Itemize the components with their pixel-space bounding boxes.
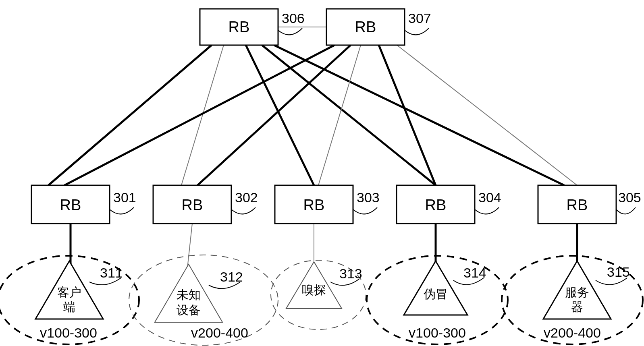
edge-306-303 <box>246 45 314 185</box>
edge-307-302 <box>197 45 351 185</box>
edge-306-301 <box>48 45 212 185</box>
rb-node-302: RB 302 <box>153 185 258 224</box>
rb-node-305: RB 305 <box>538 185 641 224</box>
device-312: 未知 设备 312 v200-400 <box>155 264 248 340</box>
svg-text:RB: RB <box>425 197 447 213</box>
svg-text:RB: RB <box>303 197 325 213</box>
svg-text:RB: RB <box>229 19 250 35</box>
device-315: 服务 器 315 v200-400 <box>543 261 630 340</box>
device-314: 伪冒 314 v100-300 <box>404 261 486 340</box>
rb-node-307: RB 307 <box>326 9 431 45</box>
edge-307-305 <box>397 45 577 185</box>
svg-text:RB: RB <box>182 197 203 213</box>
rb-node-304: RB 304 <box>397 185 501 224</box>
svg-text:315: 315 <box>607 264 630 280</box>
svg-text:RB: RB <box>355 19 376 35</box>
network-diagram: RB 306 RB 307 RB 301 RB 302 RB 303 RB 30… <box>0 0 644 346</box>
rb-node-301: RB 301 <box>31 185 136 224</box>
svg-text:未知: 未知 <box>177 288 201 301</box>
device-311: 客户 端 311 v100-300 <box>35 261 123 340</box>
edge-306-305 <box>274 45 564 185</box>
svg-text:设备: 设备 <box>177 303 201 317</box>
svg-text:v200-400: v200-400 <box>544 325 601 340</box>
svg-text:313: 313 <box>339 266 362 281</box>
svg-text:306: 306 <box>282 10 305 26</box>
edge-307-303 <box>318 45 361 185</box>
svg-text:311: 311 <box>100 265 123 280</box>
svg-text:器: 器 <box>571 300 583 313</box>
svg-text:307: 307 <box>408 10 431 26</box>
edge-306-304 <box>262 45 436 185</box>
edge-302-312 <box>187 224 192 268</box>
svg-text:客户: 客户 <box>57 286 81 299</box>
svg-text:RB: RB <box>567 197 588 213</box>
svg-text:v100-300: v100-300 <box>40 325 97 340</box>
svg-text:301: 301 <box>113 190 136 205</box>
device-313: 嗅探 313 <box>286 262 362 309</box>
svg-text:312: 312 <box>220 269 243 284</box>
rb-node-303: RB 303 <box>275 185 380 224</box>
svg-text:服务: 服务 <box>565 286 589 299</box>
edge-307-301 <box>64 45 334 185</box>
svg-text:RB: RB <box>60 197 81 213</box>
svg-text:v100-300: v100-300 <box>409 325 466 340</box>
svg-text:305: 305 <box>618 190 641 205</box>
svg-text:314: 314 <box>463 265 486 280</box>
svg-text:嗅探: 嗅探 <box>302 283 326 296</box>
svg-text:伪冒: 伪冒 <box>424 287 448 300</box>
svg-text:v200-400: v200-400 <box>191 325 248 340</box>
svg-text:端: 端 <box>63 300 75 313</box>
svg-text:303: 303 <box>357 190 380 205</box>
edge-307-304 <box>379 45 436 185</box>
svg-text:302: 302 <box>235 190 258 205</box>
svg-text:304: 304 <box>478 190 501 205</box>
